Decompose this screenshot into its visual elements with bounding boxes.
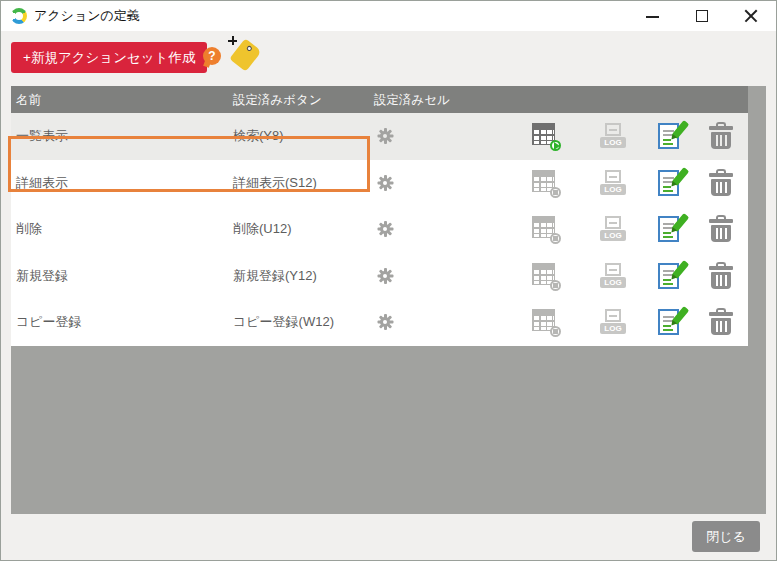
edit-icon[interactable] xyxy=(656,215,684,243)
delete-icon[interactable] xyxy=(709,122,733,150)
action-list-panel: 名前 設定済みボタン 設定済みセル 一覧表示 検索(Y8) LOG 詳細表示 詳… xyxy=(11,86,766,514)
minimize-icon xyxy=(646,16,659,18)
edit-icon[interactable] xyxy=(656,122,684,150)
log-icon[interactable]: LOG xyxy=(599,215,627,243)
delete-icon[interactable] xyxy=(709,215,733,243)
edit-icon[interactable] xyxy=(656,308,684,336)
action-button-cell: 詳細表示(S12) xyxy=(233,174,317,192)
column-header-name: 名前 xyxy=(16,91,41,108)
stop-icon xyxy=(553,329,558,334)
stop-icon xyxy=(553,283,558,288)
action-button-cell: 新規登録(Y12) xyxy=(233,267,317,285)
delete-icon[interactable] xyxy=(709,262,733,290)
log-icon[interactable]: LOG xyxy=(599,262,627,290)
tag-hole xyxy=(246,45,253,52)
gear-icon[interactable] xyxy=(377,314,393,330)
action-name: コピー登録 xyxy=(16,313,82,331)
log-icon[interactable]: LOG xyxy=(599,122,627,150)
table-row[interactable]: コピー登録 コピー登録(W12) LOG xyxy=(11,299,748,346)
run-action-icon[interactable] xyxy=(532,308,560,336)
minimize-button[interactable] xyxy=(629,1,678,31)
table-row[interactable]: 新規登録 新規登録(Y12) LOG xyxy=(11,253,748,300)
help-icon[interactable]: ? xyxy=(203,47,221,65)
run-action-icon[interactable] xyxy=(532,215,560,243)
close-dialog-button[interactable]: 閉じる xyxy=(692,521,760,552)
table-row[interactable]: 一覧表示 検索(Y8) LOG xyxy=(11,113,748,160)
edit-icon[interactable] xyxy=(656,262,684,290)
gear-icon[interactable] xyxy=(377,128,393,144)
action-button-cell: 削除(U12) xyxy=(233,220,292,238)
delete-icon[interactable] xyxy=(709,308,733,336)
stop-icon xyxy=(553,236,558,241)
stop-icon xyxy=(553,190,558,195)
maximize-icon xyxy=(696,10,708,22)
table-row[interactable]: 削除 削除(U12) LOG xyxy=(11,206,748,253)
action-name: 一覧表示 xyxy=(16,127,68,145)
window-title: アクションの定義 xyxy=(34,7,140,25)
action-name: 詳細表示 xyxy=(16,174,68,192)
action-definition-dialog: アクションの定義 +新規アクションセット作成 ? 名前 設定済みボタン 設定済み… xyxy=(0,0,777,561)
gear-icon[interactable] xyxy=(377,221,393,237)
run-action-icon[interactable] xyxy=(532,262,560,290)
add-cursor-icon xyxy=(228,36,237,45)
column-header-button: 設定済みボタン xyxy=(233,91,322,108)
title-bar: アクションの定義 xyxy=(1,1,776,31)
app-logo-icon xyxy=(11,8,27,24)
edit-icon[interactable] xyxy=(656,169,684,197)
action-button-cell: コピー登録(W12) xyxy=(233,313,334,331)
run-action-icon[interactable] xyxy=(532,169,560,197)
gear-icon[interactable] xyxy=(377,268,393,284)
run-action-icon[interactable] xyxy=(532,122,560,150)
table-row[interactable]: 詳細表示 詳細表示(S12) LOG xyxy=(11,160,748,207)
column-header-cell: 設定済みセル xyxy=(374,91,450,108)
play-icon xyxy=(554,142,560,150)
log-icon[interactable]: LOG xyxy=(599,169,627,197)
action-name: 削除 xyxy=(16,220,42,238)
gear-icon[interactable] xyxy=(377,175,393,191)
action-name: 新規登録 xyxy=(16,267,68,285)
delete-icon[interactable] xyxy=(709,169,733,197)
tag-icon[interactable] xyxy=(225,35,267,77)
log-icon[interactable]: LOG xyxy=(599,308,627,336)
table-header: 名前 設定済みボタン 設定済みセル xyxy=(11,86,748,113)
action-button-cell: 検索(Y8) xyxy=(233,127,284,145)
maximize-button[interactable] xyxy=(678,1,727,31)
new-action-set-button[interactable]: +新規アクションセット作成 xyxy=(11,42,207,73)
close-button[interactable] xyxy=(727,1,776,31)
